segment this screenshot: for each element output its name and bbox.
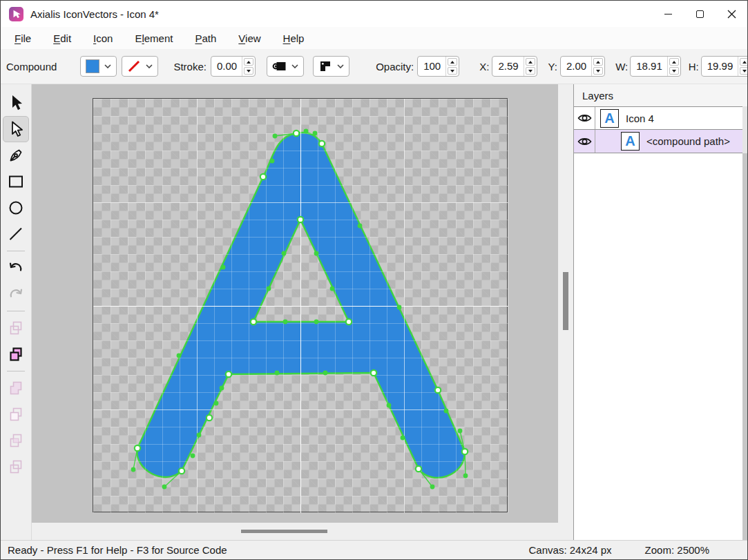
horizontal-scrollbar[interactable] xyxy=(32,523,558,540)
layer-label[interactable]: <compound path> xyxy=(646,135,730,147)
line-cap-dropdown[interactable] xyxy=(267,56,304,77)
spin-down-button[interactable] xyxy=(526,67,535,75)
intersect-icon xyxy=(8,433,23,448)
spin-down-button[interactable] xyxy=(244,67,253,75)
opacity-value[interactable]: 100 xyxy=(418,57,445,76)
y-spinner[interactable]: 2.00 xyxy=(560,56,605,77)
menu-edit[interactable]: Edit xyxy=(42,29,82,48)
line-join-icon xyxy=(318,59,332,73)
menu-help[interactable]: Help xyxy=(272,29,316,48)
title-bar: Axialis IconVectors - Icon 4* xyxy=(1,1,747,27)
union-icon xyxy=(8,380,23,396)
ellipse-tool-button[interactable] xyxy=(3,195,29,221)
h-spinner[interactable]: 19.99 xyxy=(701,56,748,77)
stroke-color-swatch xyxy=(127,59,141,73)
visibility-toggle[interactable] xyxy=(574,130,595,153)
layer-thumbnail: A xyxy=(600,109,619,128)
eye-icon xyxy=(577,113,592,124)
compound-path-icon xyxy=(8,347,23,362)
separator xyxy=(7,371,25,371)
maximize-button[interactable] xyxy=(684,1,716,27)
stroke-width-value[interactable]: 0.00 xyxy=(211,57,242,76)
close-icon xyxy=(727,10,736,19)
minimize-icon xyxy=(664,14,672,15)
undo-button[interactable] xyxy=(3,255,29,281)
app-icon xyxy=(9,7,23,21)
w-value[interactable]: 18.91 xyxy=(631,57,667,76)
path-controls-layer[interactable] xyxy=(93,99,508,513)
opacity-label: Opacity: xyxy=(376,61,414,73)
chevron-down-icon xyxy=(146,64,153,68)
stroke-color-dropdown[interactable] xyxy=(122,56,158,77)
menu-path[interactable]: Path xyxy=(184,29,227,48)
select-tool-button[interactable] xyxy=(3,90,29,116)
h-value[interactable]: 19.99 xyxy=(702,57,738,76)
exclude-button[interactable] xyxy=(3,454,29,480)
layers-panel-title: Layers xyxy=(574,84,747,106)
menu-element[interactable]: Element xyxy=(124,29,184,48)
minimize-button[interactable] xyxy=(652,1,684,27)
line-tool-button[interactable] xyxy=(3,221,29,247)
subtract-icon xyxy=(8,407,23,422)
spin-down-button[interactable] xyxy=(740,67,748,75)
ellipse-icon xyxy=(8,200,24,216)
cursor-arrow-icon xyxy=(11,9,21,19)
menu-icon[interactable]: Icon xyxy=(82,29,124,48)
zoom-status: Zoom: 2500% xyxy=(645,544,709,556)
line-join-dropdown[interactable] xyxy=(313,56,349,77)
spin-down-button[interactable] xyxy=(669,67,679,75)
direct-select-arrow-icon xyxy=(8,120,24,138)
menu-view[interactable]: View xyxy=(227,29,271,48)
spin-down-button[interactable] xyxy=(593,67,603,75)
spin-up-button[interactable] xyxy=(244,58,253,66)
spin-up-button[interactable] xyxy=(448,58,457,66)
x-value[interactable]: 2.59 xyxy=(492,57,523,76)
layers-scrollbar-thumb[interactable] xyxy=(742,153,747,540)
intersect-button[interactable] xyxy=(3,427,29,454)
w-label: W: xyxy=(615,61,628,73)
spin-up-button[interactable] xyxy=(740,58,748,66)
layer-thumbnail: A xyxy=(621,132,640,151)
fill-color-dropdown[interactable] xyxy=(80,56,117,77)
redo-button[interactable] xyxy=(3,281,29,307)
spin-up-button[interactable] xyxy=(669,58,679,66)
h-label: H: xyxy=(689,61,699,73)
rectangle-tool-button[interactable] xyxy=(3,168,29,195)
app-window: Axialis IconVectors - Icon 4* File Edit … xyxy=(0,0,748,560)
opacity-spinner[interactable]: 100 xyxy=(417,56,459,77)
close-button[interactable] xyxy=(716,1,747,27)
subtract-button[interactable] xyxy=(3,401,29,427)
visibility-toggle[interactable] xyxy=(574,107,595,129)
pen-tool-button[interactable] xyxy=(3,142,29,168)
horizontal-scrollbar-thumb[interactable] xyxy=(241,530,327,533)
layer-label[interactable]: Icon 4 xyxy=(626,113,654,124)
undo-icon xyxy=(8,260,24,276)
w-spinner[interactable]: 18.91 xyxy=(630,56,681,77)
layer-row-icon4[interactable]: A Icon 4 xyxy=(574,106,747,130)
stroke-width-spinner[interactable]: 0.00 xyxy=(211,56,256,77)
menu-file[interactable]: File xyxy=(3,29,42,48)
direct-select-tool-button[interactable] xyxy=(3,116,29,142)
pen-icon xyxy=(8,147,24,164)
canvas-viewport[interactable] xyxy=(32,84,558,523)
vertical-scrollbar[interactable] xyxy=(558,84,573,540)
y-label: Y: xyxy=(548,61,557,73)
x-spinner[interactable]: 2.59 xyxy=(492,56,537,77)
layer-row-compound-path[interactable]: A <compound path> xyxy=(574,130,747,153)
union-button[interactable] xyxy=(3,375,29,401)
select-arrow-icon xyxy=(8,94,24,112)
spin-up-button[interactable] xyxy=(593,58,603,66)
spin-up-button[interactable] xyxy=(526,58,535,66)
fill-color-swatch xyxy=(86,59,99,73)
vertical-scrollbar-thumb[interactable] xyxy=(563,272,568,330)
status-message: Ready - Press F1 for Help - F3 for Sourc… xyxy=(8,544,227,556)
spin-down-button[interactable] xyxy=(448,67,457,75)
compound-outline-button[interactable] xyxy=(3,315,29,341)
layers-scrollbar[interactable] xyxy=(742,106,747,540)
chevron-down-icon xyxy=(104,64,111,68)
line-cap-icon xyxy=(272,59,287,73)
icon-canvas[interactable] xyxy=(93,98,508,512)
compound-path-button[interactable] xyxy=(3,341,29,367)
properties-toolbar: Compound Stroke: 0.00 xyxy=(1,49,747,84)
y-value[interactable]: 2.00 xyxy=(561,57,591,76)
